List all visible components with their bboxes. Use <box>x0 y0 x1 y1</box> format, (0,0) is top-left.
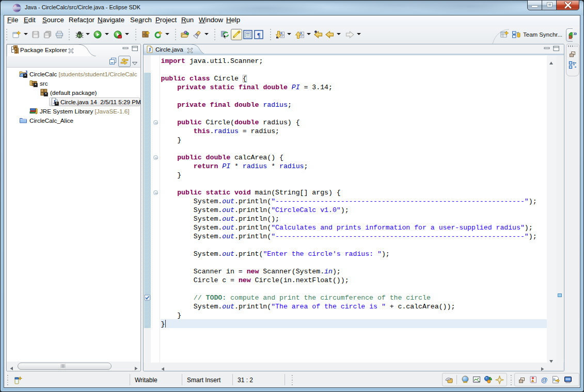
svg-text:@: @ <box>541 376 547 384</box>
svg-text:*: * <box>45 92 47 96</box>
svg-text:*: * <box>56 101 58 106</box>
svg-text:*: * <box>35 83 37 87</box>
svg-text:J: J <box>148 47 151 53</box>
svg-text:*: * <box>24 73 26 78</box>
svg-text:¶: ¶ <box>257 31 261 39</box>
